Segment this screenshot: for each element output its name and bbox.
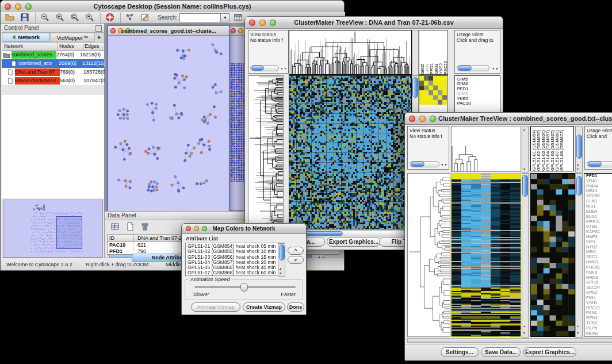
treeview1-titlebar[interactable]: ClusterMaker TreeView : DNA and Tran 07-… xyxy=(245,17,503,29)
gene-label[interactable]: MAK31 xyxy=(586,219,612,224)
scroll-down-icon[interactable]: ▾ xyxy=(523,167,525,171)
usage-hints-hscrollbar[interactable] xyxy=(457,65,489,71)
float-panel-icon[interactable] xyxy=(95,25,102,32)
col-edges[interactable]: Edges xyxy=(83,43,104,50)
gene-label[interactable]: MSI1 xyxy=(586,250,612,255)
gene-label[interactable]: GTB1 xyxy=(586,224,612,229)
animate-vizmap-button[interactable]: Animate Vizmap xyxy=(191,302,240,312)
annotation-icon[interactable] xyxy=(140,13,151,23)
gene-label[interactable]: RPN1 xyxy=(586,316,612,321)
gene-label[interactable]: BUD4 xyxy=(586,209,612,214)
tv2-vscrollbar[interactable]: ▴ ▾ xyxy=(522,173,529,338)
scrollbar-thumb[interactable] xyxy=(279,244,285,260)
tv1-hscrollbar[interactable] xyxy=(289,231,413,236)
scroll-left-icon[interactable]: ◂ xyxy=(281,67,282,70)
export-graphics-button[interactable]: Export Graphics... xyxy=(327,237,381,247)
tv2-row-dendrogram[interactable] xyxy=(407,173,450,337)
gene-label[interactable]: KAP95 xyxy=(586,229,612,235)
gene-label[interactable]: GPI16 xyxy=(586,280,612,285)
tv2-top-vscrollbar[interactable]: ▴ ▾ xyxy=(522,126,529,173)
tv1-heatmap[interactable] xyxy=(289,75,412,229)
scroll-right-icon[interactable]: ▸ xyxy=(285,67,286,70)
gene-label[interactable]: NTR2 xyxy=(586,245,612,250)
scroll-up-icon[interactable]: ▴ xyxy=(280,267,281,270)
attribute-item[interactable]: GPL51-04 (GSM857) heat shock 20 min xyxy=(188,260,284,265)
help-lifesaver-icon[interactable] xyxy=(105,13,116,23)
cytoscape-titlebar[interactable]: Cytoscape Desktop (Session Name: collins… xyxy=(1,1,344,13)
done-button[interactable]: Done xyxy=(287,302,304,312)
gene-label[interactable]: RPO21 xyxy=(586,306,612,311)
slider-thumb[interactable] xyxy=(240,283,248,292)
network-canvas-1[interactable] xyxy=(108,36,227,210)
gene-label[interactable]: TCB3 xyxy=(586,321,612,326)
close-icon[interactable] xyxy=(409,116,415,122)
scroll-up-icon[interactable]: ▴ xyxy=(523,128,525,131)
scrollbar-thumb[interactable] xyxy=(576,176,582,196)
attribute-list[interactable]: GPL51-01 (GSM854) heat shock 05 minGPL51… xyxy=(185,243,285,276)
gene-label[interactable]: ELG1 xyxy=(586,214,612,220)
network-row[interactable]: combined_sco2569(6)13112(15) xyxy=(2,59,104,68)
gene-label[interactable]: SPC98 xyxy=(586,194,612,199)
open-folder-icon[interactable] xyxy=(5,13,16,23)
gene-label[interactable]: SEC1 xyxy=(586,255,612,260)
tv2-zoom-heatmap[interactable] xyxy=(530,173,575,337)
row-label[interactable]: PAC10 xyxy=(457,101,500,106)
attribute-item[interactable]: GPL51-06 (GSM865) heat shock 40 min xyxy=(188,265,284,270)
export-graphics-button[interactable]: Export Graphics... xyxy=(523,347,576,357)
col-id[interactable]: ID xyxy=(108,235,134,242)
tv2-column-dendrogram[interactable] xyxy=(451,126,521,172)
gene-label[interactable]: YSH1 xyxy=(586,301,612,306)
scroll-right-icon[interactable]: ▸ xyxy=(445,163,447,166)
gene-label[interactable]: YRA1 xyxy=(586,179,612,184)
save-data-button[interactable]: Save Data... xyxy=(481,347,521,357)
scrollbar-thumb[interactable] xyxy=(522,175,528,197)
scrollbar-thumb[interactable] xyxy=(458,66,472,71)
network-canvas-2[interactable] xyxy=(228,37,244,185)
view-status-hscrollbar[interactable] xyxy=(250,65,279,71)
tv1-top-vscrollbar[interactable] xyxy=(412,30,419,75)
tv2-labels-vscrollbar[interactable]: ▴ ▾ xyxy=(575,126,583,173)
network-row[interactable]: RNAPuberNov2+!563(0)107847(0) xyxy=(2,76,104,85)
zoom-fit-icon[interactable] xyxy=(85,13,96,23)
tv1-column-dendrogram[interactable] xyxy=(289,30,412,75)
attribute-item[interactable]: GPL51-02 (GSM855) heat shock 10 min xyxy=(188,249,284,254)
gene-label[interactable]: PAN1 xyxy=(586,311,612,316)
network-row[interactable]: DNA and Tran 07769(0)183728(0) xyxy=(2,68,104,76)
minimize-icon[interactable] xyxy=(238,28,243,33)
scroll-up-icon[interactable]: ▴ xyxy=(577,163,579,166)
zoom-window-icon[interactable] xyxy=(430,116,436,122)
col-network[interactable]: Network xyxy=(2,43,58,50)
birdseye-panel[interactable] xyxy=(3,200,103,258)
gene-label[interactable]: MSL1 xyxy=(586,189,612,194)
zoom-selected-icon[interactable] xyxy=(70,13,81,23)
dialog-titlebar[interactable]: Map Colors to Network xyxy=(182,224,306,234)
vizmapper-icon[interactable] xyxy=(125,13,136,23)
gene-label[interactable]: FIG4 xyxy=(586,296,612,301)
attribute-browser-icon[interactable] xyxy=(233,13,244,23)
usage-hints-hscrollbar[interactable] xyxy=(587,161,612,167)
scroll-up-icon[interactable]: ▴ xyxy=(577,324,579,328)
gene-label[interactable]: PUF3 xyxy=(586,270,612,275)
zoom-in-icon[interactable] xyxy=(55,13,66,23)
scrollbar-thumb[interactable] xyxy=(412,77,418,98)
column-label[interactable]: PAC10 xyxy=(443,30,448,74)
scrollbar-thumb[interactable] xyxy=(588,162,602,167)
move-up-button[interactable]: ^ xyxy=(288,247,304,255)
scroll-left-icon[interactable]: ◂ xyxy=(441,163,443,166)
gene-label[interactable]: NIS1 xyxy=(586,204,612,209)
scroll-down-icon[interactable]: ▾ xyxy=(577,331,579,335)
settings-button[interactable]: Settings... xyxy=(441,347,479,357)
move-down-button[interactable]: v xyxy=(288,256,304,264)
create-attribute-icon[interactable] xyxy=(125,222,136,232)
search-dropdown-icon[interactable]: ▼ xyxy=(221,13,230,22)
tv1-row-dendrogram[interactable] xyxy=(248,75,284,229)
gene-label[interactable]: CPA2 xyxy=(586,290,612,296)
scroll-right-icon[interactable]: ▸ xyxy=(496,67,498,70)
select-attributes-icon[interactable] xyxy=(110,222,121,232)
gene-label[interactable]: VIP1 xyxy=(586,240,612,245)
netview1-titlebar[interactable]: combined_scores_good.txt--cluste... xyxy=(108,26,229,36)
scroll-up-icon[interactable]: ▴ xyxy=(523,324,525,328)
scrollbar-thumb[interactable] xyxy=(576,135,582,159)
tv2-hscrollbar[interactable] xyxy=(407,338,612,343)
gene-label[interactable]: CLN1 xyxy=(586,199,612,204)
